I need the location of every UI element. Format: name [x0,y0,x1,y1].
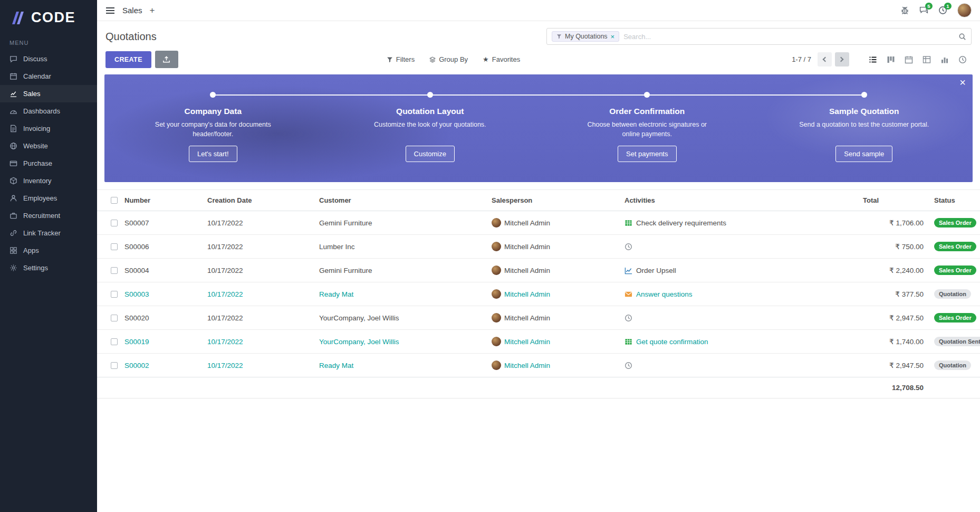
view-switch-button[interactable] [882,52,900,67]
messages-icon[interactable]: 5 [919,6,928,15]
sidebar-item[interactable]: Invoicing [0,120,97,137]
order-number[interactable]: S00002 [120,354,203,377]
creation-date[interactable]: 10/17/2022 [203,211,315,235]
salesperson-cell[interactable]: Mitchell Admin [487,330,620,354]
column-header[interactable]: Number [120,190,203,211]
view-switch-button[interactable] [918,52,936,67]
sidebar-item[interactable]: Website [0,137,97,155]
step-action-button[interactable]: Send sample [835,146,892,162]
activity-cell[interactable]: Get quote confirmation [620,330,859,354]
step-action-button[interactable]: Let's start! [189,146,237,162]
hamburger-menu-icon[interactable] [105,7,115,14]
debug-icon[interactable] [900,6,909,15]
salesperson-cell[interactable]: Mitchell Admin [487,235,620,259]
user-avatar[interactable] [957,3,972,17]
column-header[interactable]: Customer [315,190,487,211]
search-input[interactable] [623,33,954,41]
table-row[interactable]: S00003 10/17/2022 Ready Mat Mitchell Adm… [97,282,980,306]
pager-next-button[interactable] [835,52,849,67]
order-number[interactable]: S00020 [120,306,203,330]
table-row[interactable]: S00006 10/17/2022 Lumber Inc Mitchell Ad… [97,235,980,259]
column-header[interactable]: Salesperson [487,190,620,211]
sidebar-item[interactable]: Inventory [0,172,97,189]
customer-name[interactable]: Ready Mat [315,282,487,306]
table-row[interactable]: S00007 10/17/2022 Gemini Furniture Mitch… [97,211,980,235]
row-checkbox[interactable] [111,243,118,250]
table-row[interactable]: S00004 10/17/2022 Gemini Furniture Mitch… [97,259,980,282]
activity-cell[interactable]: Order Upsell [620,259,859,282]
salesperson-cell[interactable]: Mitchell Admin [487,282,620,306]
salesperson-cell[interactable]: Mitchell Admin [487,259,620,282]
table-row[interactable]: S00002 10/17/2022 Ready Mat Mitchell Adm… [97,354,980,377]
brand-logo[interactable]: CODE [0,0,97,31]
order-number[interactable]: S00006 [120,235,203,259]
view-switch-button[interactable] [954,52,972,67]
sidebar-item[interactable]: Dashboards [0,102,97,120]
activity-cell[interactable] [620,306,859,330]
banner-close-icon[interactable] [959,77,966,89]
order-number[interactable]: S00007 [120,211,203,235]
favorites-button[interactable]: Favorites [483,55,520,63]
creation-date[interactable]: 10/17/2022 [203,306,315,330]
column-header[interactable]: Creation Date [203,190,315,211]
row-checkbox[interactable] [111,291,118,298]
creation-date[interactable]: 10/17/2022 [203,259,315,282]
filters-button[interactable]: Filters [387,55,415,63]
sidebar-item[interactable]: Calendar [0,68,97,85]
customer-name[interactable]: Gemini Furniture [315,211,487,235]
sidebar-item[interactable]: Purchase [0,155,97,172]
chip-close-icon[interactable] [611,33,615,40]
view-switch-button[interactable] [900,52,918,67]
table-row[interactable]: S00019 10/17/2022 YourCompany, Joel Will… [97,330,980,354]
creation-date[interactable]: 10/17/2022 [203,235,315,259]
search-filter-chip[interactable]: My Quotations [552,31,619,42]
column-header[interactable]: Status [930,190,980,211]
search-icon[interactable] [958,33,966,41]
step-action-button[interactable]: Set payments [618,146,677,162]
creation-date[interactable]: 10/17/2022 [203,330,315,354]
salesperson-cell[interactable]: Mitchell Admin [487,211,620,235]
creation-date[interactable]: 10/17/2022 [203,354,315,377]
activity-cell[interactable] [620,235,859,259]
row-checkbox[interactable] [111,267,118,274]
column-header[interactable]: Total [859,190,930,211]
row-checkbox[interactable] [111,220,118,226]
customer-name[interactable]: YourCompany, Joel Willis [315,306,487,330]
view-switch-button[interactable] [936,52,954,67]
customer-name[interactable]: Lumber Inc [315,235,487,259]
table-row[interactable]: S00020 10/17/2022 YourCompany, Joel Will… [97,306,980,330]
export-button[interactable] [155,51,178,68]
search-bar[interactable]: My Quotations [546,28,972,45]
customer-name[interactable]: Ready Mat [315,354,487,377]
activity-cell[interactable]: Check delivery requirements [620,211,859,235]
row-checkbox[interactable] [111,315,118,321]
creation-date[interactable]: 10/17/2022 [203,282,315,306]
create-button[interactable]: CREATE [105,51,151,68]
activity-cell[interactable]: Answer questions [620,282,859,306]
step-action-button[interactable]: Customize [406,146,455,162]
activity-cell[interactable] [620,354,859,377]
row-checkbox[interactable] [111,362,118,369]
group-by-button[interactable]: Group By [429,55,468,63]
column-header[interactable]: Activities [620,190,859,211]
customer-name[interactable]: Gemini Furniture [315,259,487,282]
row-checkbox[interactable] [111,338,118,345]
sidebar-item[interactable]: Settings [0,259,97,277]
sidebar-item[interactable]: Recruitment [0,207,97,224]
sidebar-item[interactable]: Link Tracker [0,224,97,242]
sidebar-item[interactable]: Apps [0,242,97,259]
activities-clock-icon[interactable]: 1 [938,6,947,15]
plus-icon[interactable]: + [150,5,155,16]
order-number[interactable]: S00004 [120,259,203,282]
pager-previous-button[interactable] [818,52,832,67]
customer-name[interactable]: YourCompany, Joel Willis [315,330,487,354]
order-number[interactable]: S00019 [120,330,203,354]
view-switch-button[interactable] [864,52,882,67]
salesperson-cell[interactable]: Mitchell Admin [487,354,620,377]
select-all-checkbox[interactable] [111,197,118,204]
current-app-name[interactable]: Sales [122,6,142,15]
salesperson-cell[interactable]: Mitchell Admin [487,306,620,330]
sidebar-item[interactable]: Discuss [0,50,97,68]
order-number[interactable]: S00003 [120,282,203,306]
sidebar-item[interactable]: Employees [0,189,97,207]
